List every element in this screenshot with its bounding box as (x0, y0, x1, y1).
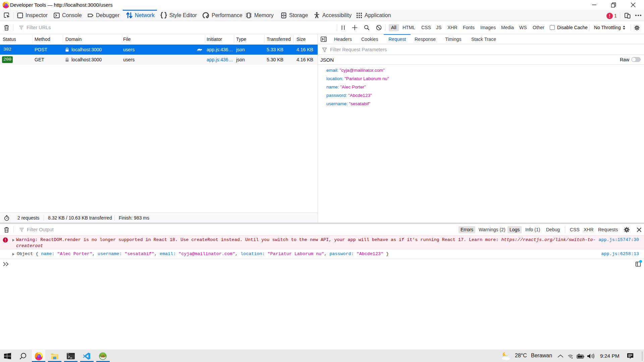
svg-text:HS: HS (101, 355, 104, 358)
